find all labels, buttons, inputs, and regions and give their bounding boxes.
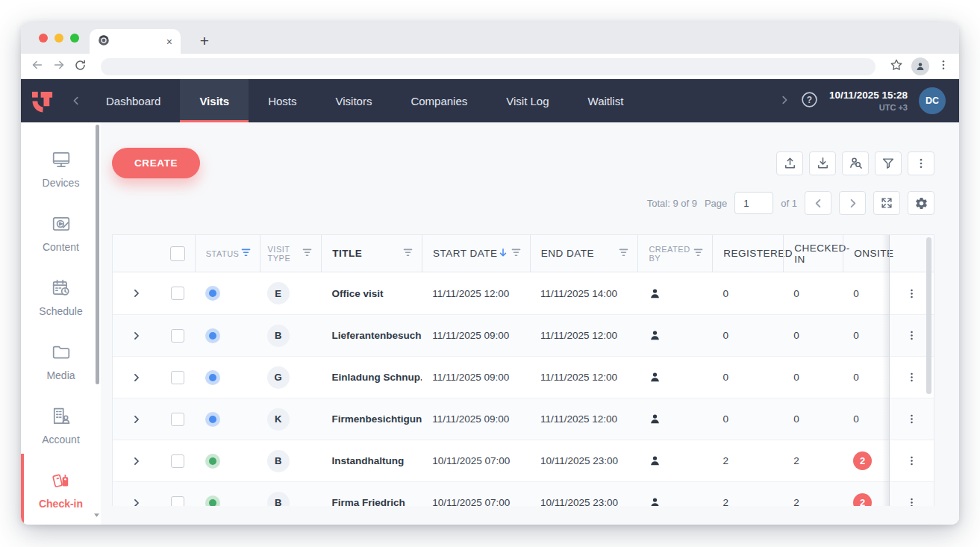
tab-close-icon[interactable]: × xyxy=(166,37,172,47)
page-input[interactable] xyxy=(734,192,773,214)
browser-titlebar: × + xyxy=(21,22,959,54)
help-icon[interactable]: ? xyxy=(801,91,818,110)
row-checkbox[interactable] xyxy=(171,496,184,507)
nav-scroll-right-icon[interactable] xyxy=(779,95,790,107)
main-content: CREATE Total: 9 of 9 Page of 1 xyxy=(101,122,959,525)
row-expand-button[interactable] xyxy=(113,440,160,481)
row-expand-button[interactable] xyxy=(113,272,160,314)
sort-desc-icon[interactable] xyxy=(499,248,508,260)
maximize-window-button[interactable] xyxy=(70,34,79,43)
visit-type-cell: B xyxy=(260,315,322,356)
column-header-on[interactable]: ONSITE xyxy=(843,235,889,272)
column-filter-icon[interactable] xyxy=(693,249,703,258)
create-button[interactable]: CREATE xyxy=(112,148,200,178)
nav-item-visitors[interactable]: Visitors xyxy=(316,79,391,122)
new-tab-button[interactable]: + xyxy=(196,32,213,50)
sidebar-scroll-down-icon[interactable] xyxy=(92,507,101,521)
bookmark-star-icon[interactable] xyxy=(890,58,903,75)
check-in-icon xyxy=(52,471,71,493)
table-scrollbar[interactable] xyxy=(926,237,931,394)
reload-icon[interactable] xyxy=(74,59,87,75)
forward-icon[interactable] xyxy=(52,58,66,75)
nav-item-visits[interactable]: Visits xyxy=(180,79,249,122)
filter-button[interactable] xyxy=(875,151,902,175)
row-checkbox[interactable] xyxy=(171,371,184,384)
nav-item-waitlist[interactable]: Waitlist xyxy=(569,79,643,122)
row-expand-button[interactable] xyxy=(113,357,160,398)
back-icon[interactable] xyxy=(31,58,44,75)
column-label: END DATE xyxy=(541,248,594,259)
column-header-by[interactable]: CREATED BY xyxy=(637,235,712,272)
column-filter-icon[interactable] xyxy=(619,248,628,259)
upload-button[interactable] xyxy=(776,151,803,175)
row-checkbox[interactable] xyxy=(171,413,184,426)
table-settings-button[interactable] xyxy=(908,191,934,215)
download-button[interactable] xyxy=(809,151,836,175)
browser-tab[interactable]: × xyxy=(90,29,181,54)
visit-type-badge: K xyxy=(267,408,290,431)
prev-page-button[interactable] xyxy=(805,191,831,215)
schedule-icon xyxy=(52,278,71,300)
sidebar-items: DevicesContentScheduleMediaAccountCheck-… xyxy=(21,122,101,522)
row-expand-button[interactable] xyxy=(113,398,160,440)
user-search-button[interactable] xyxy=(842,151,869,175)
browser-menu-icon[interactable] xyxy=(937,59,949,74)
column-header-title[interactable]: TITLE xyxy=(321,235,422,272)
created-by-icon xyxy=(638,398,713,440)
status-cell xyxy=(195,357,260,398)
column-header-reg[interactable]: REGISTERED xyxy=(712,235,783,272)
row-checkbox[interactable] xyxy=(171,329,184,343)
sidebar-scrollbar[interactable] xyxy=(96,125,99,384)
column-filter-icon[interactable] xyxy=(241,249,251,258)
address-bar[interactable] xyxy=(101,58,876,75)
nav-item-hosts[interactable]: Hosts xyxy=(249,79,316,122)
row-menu-button[interactable] xyxy=(889,398,934,440)
column-header-chin[interactable]: CHECKED-IN xyxy=(783,235,843,272)
column-header-end[interactable]: END DATE xyxy=(530,235,638,272)
fullscreen-button[interactable] xyxy=(873,191,900,215)
column-filter-icon[interactable] xyxy=(403,248,413,259)
account-icon xyxy=(52,407,71,428)
select-all-checkbox[interactable] xyxy=(170,246,185,261)
close-window-button[interactable] xyxy=(39,34,48,43)
status-cell xyxy=(195,315,260,356)
user-avatar[interactable]: DC xyxy=(919,87,946,114)
visits-table: STATUSVISIT TYPETITLESTART DATEEND DATEC… xyxy=(112,234,934,506)
app-logo[interactable] xyxy=(21,79,66,122)
row-checkbox[interactable] xyxy=(171,454,184,468)
column-filter-icon[interactable] xyxy=(302,249,312,258)
visit-type-badge: B xyxy=(267,325,290,347)
row-expand-button[interactable] xyxy=(113,315,160,356)
more-button[interactable] xyxy=(908,151,934,175)
sidebar-item-check-in[interactable]: Check-in xyxy=(21,458,101,522)
nav-scroll-left-icon[interactable] xyxy=(66,79,87,122)
table-row: GEinladung Schnup...11/11/2025 09:0011/1… xyxy=(113,356,934,398)
row-expand-button[interactable] xyxy=(113,482,160,506)
visit-type-cell: B xyxy=(260,440,322,481)
row-menu-button[interactable] xyxy=(889,440,934,481)
browser-profile-avatar[interactable] xyxy=(911,57,929,75)
column-header-start[interactable]: START DATE xyxy=(422,235,530,272)
nav-item-dashboard[interactable]: Dashboard xyxy=(87,79,180,122)
row-checkbox[interactable] xyxy=(171,287,184,300)
column-filter-icon[interactable] xyxy=(511,248,521,259)
start-date: 11/11/2025 09:00 xyxy=(422,357,530,398)
column-header-type[interactable]: VISIT TYPE xyxy=(260,235,322,272)
visit-type-badge: E xyxy=(267,282,290,304)
column-header-status[interactable]: STATUS xyxy=(195,235,260,272)
row-menu-button[interactable] xyxy=(889,482,934,506)
status-dot-icon xyxy=(209,499,216,507)
visit-title: Instandhaltung xyxy=(321,440,422,481)
sidebar-item-content[interactable]: Content xyxy=(21,201,101,266)
sidebar-item-media[interactable]: Media xyxy=(21,330,101,394)
window-controls xyxy=(39,34,79,43)
next-page-button[interactable] xyxy=(839,191,866,215)
sidebar-item-account[interactable]: Account xyxy=(21,394,101,458)
nav-item-companies[interactable]: Companies xyxy=(391,79,487,122)
sidebar-item-devices[interactable]: Devices xyxy=(21,137,101,201)
status-dot-icon xyxy=(209,332,216,340)
minimize-window-button[interactable] xyxy=(54,34,63,43)
sidebar-item-schedule[interactable]: Schedule xyxy=(21,266,101,330)
visit-type-cell: E xyxy=(260,272,322,314)
nav-item-visit-log[interactable]: Visit Log xyxy=(487,79,568,122)
